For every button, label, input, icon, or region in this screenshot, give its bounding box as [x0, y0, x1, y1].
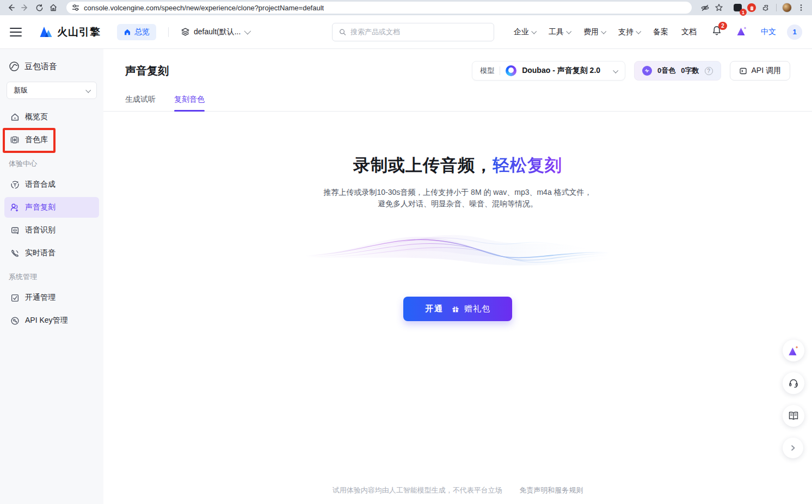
floating-toolbar	[783, 340, 804, 458]
quota-badge[interactable]: 0音色 0字数 ?	[634, 61, 721, 81]
nav-icp[interactable]: 备案	[653, 27, 668, 37]
sidebar-section-experience: 体验中心	[0, 152, 103, 172]
activate-button[interactable]: 开通 赠礼包	[403, 297, 512, 321]
notifications-bell[interactable]: 2	[712, 26, 722, 38]
doubao-logo-icon	[506, 65, 516, 76]
header-nav: 企业 工具 费用 支持 备案 文档	[514, 27, 697, 37]
hero-title-plain: 录制或上传音频，	[353, 156, 493, 175]
sidebar-item-overview[interactable]: 概览页	[4, 107, 99, 127]
help-icon[interactable]: ?	[705, 67, 713, 75]
hero-description: 推荐上传或录制10-30s音频，上传支持小于 8M 的 wav、mp3、m4a …	[103, 187, 812, 210]
model-value: Doubao - 声音复刻 2.0	[522, 66, 600, 76]
nav-enterprise[interactable]: 企业	[514, 27, 536, 37]
ai-assistant-float-button[interactable]	[783, 340, 804, 361]
hero-section: 录制或上传音频，轻松复刻 推荐上传或录制10-30s音频，上传支持小于 8M 的…	[103, 154, 812, 210]
account-avatar[interactable]: 1	[787, 24, 802, 40]
overview-label: 总览	[134, 27, 150, 37]
sidebar-item-activation[interactable]: 开通管理	[4, 287, 99, 308]
nav-billing[interactable]: 费用	[583, 27, 605, 37]
api-icon	[739, 67, 747, 75]
tab-generate-preview[interactable]: 生成试听	[125, 95, 156, 111]
overview-button[interactable]: 总览	[117, 24, 156, 40]
brand-logo[interactable]: 火山引擎	[39, 25, 101, 39]
quota-voices: 0音色	[657, 66, 675, 76]
footer-terms-link[interactable]: 免责声明和服务规则	[519, 486, 583, 494]
nav-support[interactable]: 支持	[618, 27, 640, 37]
overview-page-icon	[10, 112, 20, 122]
sidebar: 豆包语音 新版 概览页 音色库 体验中心 语音合成 声音复刻 语音识别	[0, 49, 103, 504]
chevron-down-icon	[566, 29, 571, 34]
sidebar-product: 豆包语音	[0, 54, 103, 79]
brand-name: 火山引擎	[57, 25, 101, 39]
address-bar[interactable]: console.volcengine.com/speech/new/experi…	[66, 2, 692, 14]
site-settings-icon[interactable]	[72, 4, 79, 11]
nav-docs[interactable]: 文档	[681, 27, 697, 37]
browser-menu-icon[interactable]	[796, 2, 807, 13]
global-search[interactable]	[332, 23, 494, 41]
api-call-button[interactable]: API 调用	[730, 61, 790, 81]
extension-badge-icon[interactable]: 1	[732, 2, 743, 13]
browser-forward-icon[interactable]	[20, 2, 30, 13]
browser-reload-icon[interactable]	[34, 2, 45, 13]
footer: 试用体验内容均由人工智能模型生成，不代表平台立场 免责声明和服务规则	[103, 485, 812, 495]
bookmark-star-icon[interactable]	[713, 2, 724, 13]
sidebar-item-asr[interactable]: 语音识别	[4, 220, 99, 241]
version-label: 新版	[14, 85, 28, 95]
activation-mgmt-icon	[10, 293, 20, 303]
browser-back-icon[interactable]	[5, 2, 16, 13]
collapse-panel-button[interactable]	[783, 438, 803, 458]
model-selector[interactable]: 模型 Doubao - 声音复刻 2.0	[472, 61, 625, 81]
footer-disclaimer: 试用体验内容均由人工智能模型生成，不代表平台立场	[333, 486, 502, 494]
chevron-down-icon	[636, 29, 641, 34]
chevron-down-icon	[531, 29, 537, 34]
chevron-down-icon	[601, 29, 606, 34]
hero-title: 录制或上传音频，轻松复刻	[103, 154, 812, 177]
browser-toolbar: console.volcengine.com/speech/new/experi…	[0, 0, 812, 15]
sound-wave-graphic	[305, 225, 610, 277]
extensions-puzzle-icon[interactable]	[760, 2, 771, 13]
doubao-voice-icon	[9, 61, 20, 72]
quota-characters: 0字数	[681, 66, 699, 76]
url-text: console.volcengine.com/speech/new/experi…	[84, 4, 324, 12]
project-name: default(默认...	[194, 27, 241, 37]
chevron-down-icon	[85, 87, 91, 93]
documentation-button[interactable]	[783, 405, 804, 427]
tab-bar: 生成试听 复刻音色	[103, 95, 812, 112]
voice-cloning-icon	[10, 202, 20, 212]
profile-avatar[interactable]	[782, 2, 792, 13]
page-title: 声音复刻	[125, 64, 169, 78]
chevron-down-icon	[244, 28, 251, 35]
volcengine-logo-icon	[39, 26, 53, 39]
extension-badge-count: 1	[740, 9, 747, 16]
notification-count: 2	[718, 22, 727, 30]
language-toggle[interactable]: 中文	[761, 27, 776, 37]
project-selector[interactable]: default(默认...	[181, 27, 249, 37]
main-content: 声音复刻 模型 Doubao - 声音复刻 2.0 0音色 0字数 ?	[103, 49, 812, 504]
sidebar-item-realtime[interactable]: 实时语音	[4, 243, 99, 263]
sidebar-item-voice-cloning[interactable]: 声音复刻	[4, 197, 99, 218]
search-input[interactable]	[350, 28, 487, 36]
nav-tools[interactable]: 工具	[549, 27, 570, 37]
browser-home-icon[interactable]	[48, 2, 59, 13]
voice-library-icon	[10, 135, 20, 145]
customer-service-button[interactable]	[783, 372, 804, 394]
adblock-icon[interactable]	[746, 2, 757, 13]
gift-package-label: 赠礼包	[464, 304, 490, 314]
ai-assistant-icon[interactable]	[736, 26, 748, 39]
realtime-voice-icon	[10, 248, 20, 258]
hamburger-menu-icon[interactable]	[10, 28, 22, 36]
api-key-icon	[10, 316, 20, 325]
hide-eye-icon[interactable]	[699, 2, 710, 13]
sidebar-item-voice-library[interactable]: 音色库	[4, 130, 99, 150]
hero-desc-line2: 避免多人对话、明显杂音、噪音、混响等情况。	[103, 198, 812, 210]
tab-clone-voice[interactable]: 复刻音色	[174, 95, 205, 111]
sidebar-item-api-key[interactable]: API Key管理	[4, 310, 99, 331]
sidebar-item-tts[interactable]: 语音合成	[4, 174, 99, 195]
product-name: 豆包语音	[24, 62, 57, 72]
model-label: 模型	[480, 66, 494, 76]
layers-icon	[181, 27, 190, 36]
hero-title-accent: 轻松复刻	[493, 156, 562, 175]
toolbar-divider	[776, 4, 777, 11]
version-selector[interactable]: 新版	[7, 82, 97, 99]
activate-label: 开通	[425, 304, 444, 314]
